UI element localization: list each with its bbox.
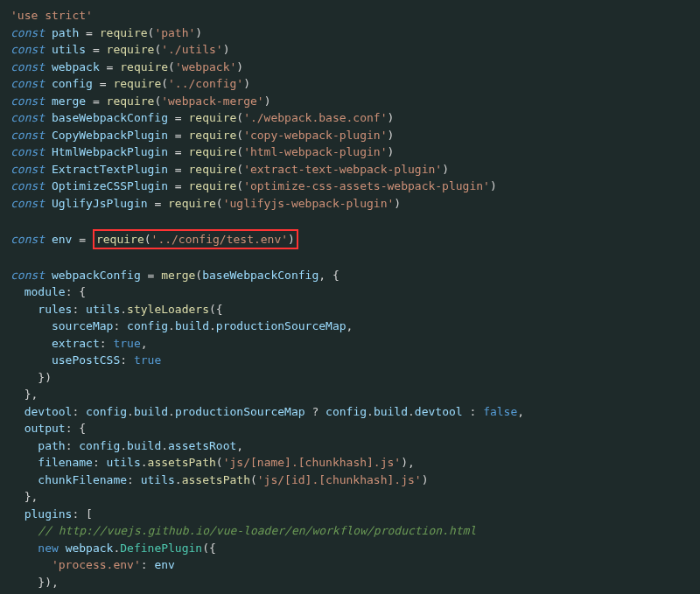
code-line: // http://vuejs.github.io/vue-loader/en/…: [10, 522, 690, 540]
code-line: new webpack.DefinePlugin({: [10, 540, 690, 557]
highlight-box: require('../config/test.env'): [93, 229, 298, 250]
code-line: const webpackConfig = merge(baseWebpackC…: [10, 267, 690, 284]
code-line: }): [10, 369, 690, 387]
code-line: const path = require('path'): [10, 24, 690, 42]
code-line: const baseWebpackConfig = require('./web…: [10, 109, 690, 127]
code-line: [10, 212, 690, 229]
code-line: const OptimizeCSSPlugin = require('optim…: [10, 178, 690, 195]
code-line: const UglifyJsPlugin = require('uglifyjs…: [10, 195, 690, 213]
code-line: const CopyWebpackPlugin = require('copy-…: [10, 127, 690, 144]
code-editor[interactable]: 'use strict' const path = require('path'…: [10, 7, 690, 594]
code-line-highlighted: const env = require('../config/test.env'…: [10, 229, 690, 250]
code-line: }),: [10, 574, 690, 591]
code-line: usePostCSS: true: [10, 352, 690, 369]
code-line: output: {: [10, 420, 690, 437]
code-line: chunkFilename: utils.assetsPath('js/[id]…: [10, 472, 690, 489]
code-line: const utils = require('./utils'): [10, 41, 690, 59]
code-line: [10, 249, 690, 267]
code-line: module: {: [10, 283, 690, 301]
code-line: const config = require('../config'): [10, 75, 690, 93]
code-line: new UglifyJsPlugin({: [10, 591, 690, 594]
code-line: filename: utils.assetsPath('js/[name].[c…: [10, 454, 690, 472]
code-line: path: config.build.assetsRoot,: [10, 437, 690, 455]
code-line: sourceMap: config.build.productionSource…: [10, 318, 690, 335]
code-line: const webpack = require('webpack'): [10, 59, 690, 76]
code-line: const ExtractTextPlugin = require('extra…: [10, 161, 690, 178]
code-line: rules: utils.styleLoaders({: [10, 301, 690, 318]
code-line: 'use strict': [10, 7, 690, 24]
code-line: devtool: config.build.productionSourceMa…: [10, 403, 690, 421]
code-line: extract: true,: [10, 335, 690, 353]
code-line: },: [10, 386, 690, 403]
code-line: const HtmlWebpackPlugin = require('html-…: [10, 143, 690, 161]
code-line: const merge = require('webpack-merge'): [10, 93, 690, 110]
code-line: 'process.env': env: [10, 556, 690, 574]
code-line: plugins: [: [10, 506, 690, 523]
code-line: },: [10, 488, 690, 506]
